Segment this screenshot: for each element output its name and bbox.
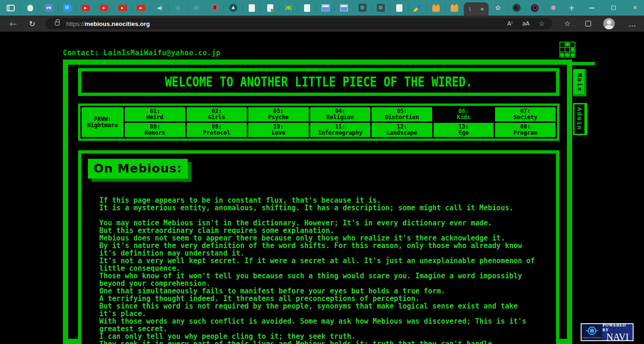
pinned-tab-sun-1[interactable]: ☼: [169, 0, 187, 16]
menu-icon[interactable]: …: [625, 16, 639, 32]
tab-close-icon[interactable]: ✕: [480, 7, 484, 12]
refresh-icon[interactable]: ↻: [25, 16, 40, 32]
nav-cell-preview[interactable]: PRVW:Nightmare: [82, 107, 123, 137]
url-scheme: https://: [66, 20, 85, 27]
pinned-tab-gear-1[interactable]: ⚙: [353, 0, 371, 16]
navi-badge[interactable]: Copland OS Enterprise POWERED BY NAVI: [581, 323, 634, 341]
navi-logo-caption: Copland OS Enterprise: [582, 336, 602, 339]
collections-square: [585, 21, 591, 26]
nav-cell-society[interactable]: 07:Society: [495, 107, 556, 121]
nav-cell-landscape[interactable]: 12:Landscape: [372, 123, 432, 137]
nav-cell-ego[interactable]: 13:Ego: [434, 123, 494, 137]
pinned-tab-cat-2[interactable]: [445, 0, 463, 16]
glider-dot: [566, 53, 569, 57]
nav-cell-weird[interactable]: 01:Weird: [125, 107, 185, 121]
navi-text: POWERED BY NAVI: [602, 324, 633, 340]
profile-avatar[interactable]: [601, 16, 617, 32]
address-bar[interactable]: https:// mebious.neocities.org A⁾ aA ☆: [45, 18, 552, 29]
pinned-tab-speaker[interactable]: ◄): [150, 0, 168, 16]
nav-table: PRVW:Nightmare01:Weird02:Girls03:Psyche0…: [78, 103, 559, 141]
glider-cell: [560, 47, 565, 52]
pinned-tab-eye[interactable]: [526, 0, 544, 16]
frame-top-extension: [572, 62, 595, 65]
pinned-tab-document-2-icon: [267, 4, 273, 12]
tab-actions-button[interactable]: [0, 0, 21, 16]
pinned-tab-youtube-3-icon: ▶: [118, 5, 127, 11]
pinned-tab-player[interactable]: II: [58, 0, 76, 16]
nav-cell-religion[interactable]: 04:Religion: [310, 107, 371, 121]
nav-cell-protocol[interactable]: 09:Protocol: [187, 123, 247, 137]
nav-cell-program[interactable]: 00:Program: [495, 123, 556, 137]
glider-cell: [565, 42, 570, 47]
pinned-tab-window-1[interactable]: [316, 0, 334, 16]
active-tab[interactable]: ∖✕: [464, 2, 488, 16]
pinned-tab-iris[interactable]: ✽: [544, 0, 562, 16]
read-aloud-icon[interactable]: A⁾: [507, 18, 513, 29]
nav-cell-rumors[interactable]: 08:Rumors: [125, 123, 185, 137]
pinned-tab-tooth-icon: [27, 5, 33, 11]
nav-cell-psyche[interactable]: 03:Psyche: [248, 107, 309, 121]
tab-admin[interactable]: Admin: [573, 103, 587, 135]
glider-cell: [560, 42, 565, 47]
nav-cell-infornography[interactable]: 11:Infornography: [310, 123, 371, 137]
tab-actions-button-icon: [7, 5, 15, 11]
pinned-tab-player-icon: II: [63, 4, 71, 12]
maximize-button[interactable]: [602, 0, 624, 16]
pinned-tab-document-4-icon: [396, 4, 402, 12]
active-tab-favicon-icon: ∖: [468, 7, 471, 12]
pinned-tab-tooth[interactable]: [21, 0, 39, 16]
pinned-tab-raven[interactable]: ♞: [507, 0, 525, 16]
pinned-tab-youtube-4[interactable]: ▶: [132, 0, 150, 16]
body-line: greatest secret.: [99, 325, 556, 333]
navi-name-text: NAVI: [606, 332, 628, 342]
navi-logo-icon: Copland OS Enterprise: [582, 324, 602, 340]
pinned-tab-seedling[interactable]: ♣: [224, 0, 242, 16]
nav-cell-love[interactable]: 10:Love: [248, 123, 309, 137]
pinned-tab-youtube-2[interactable]: ▶: [95, 0, 113, 16]
new-tab-button[interactable]: +: [563, 0, 581, 16]
minimize-button[interactable]: [581, 0, 602, 16]
pinned-tab-vk[interactable]: VK: [40, 0, 58, 16]
pinned-tab-bug[interactable]: Ж: [279, 0, 297, 16]
body-line: But this extraordinary claim requires so…: [99, 227, 556, 234]
glider-dot: [566, 43, 569, 46]
pinned-tab-yandex[interactable]: Я: [206, 0, 224, 16]
pinned-tab-youtube-1[interactable]: ▶: [77, 0, 95, 16]
pinned-tab-gear-2[interactable]: ⚙: [372, 0, 390, 16]
body-line: little consequence.: [99, 265, 556, 272]
body-line: With those words any such conflict is av…: [99, 318, 556, 325]
close-button[interactable]: ✕: [624, 0, 644, 16]
pinned-tab-document-1[interactable]: [243, 0, 261, 16]
back-icon[interactable]: ←: [6, 16, 21, 32]
lock-icon: [55, 22, 60, 26]
translate-icon[interactable]: aA: [522, 18, 530, 29]
add-favorite-icon[interactable]: ☆: [539, 18, 545, 29]
body-line: [99, 212, 556, 219]
pinned-tab-seedling-icon: ♣: [229, 4, 237, 12]
url-host: mebious.neocities.org: [85, 20, 150, 27]
banner-title: WELCOME TO ANOTHER LITTLE PIECE OF THE W…: [165, 74, 472, 89]
collections-icon[interactable]: [582, 16, 595, 32]
pinned-tab-window-1-icon: [322, 4, 330, 11]
pinned-tab-pen[interactable]: [409, 0, 426, 16]
nav-cell-distortion[interactable]: 05:Distortion: [372, 107, 432, 121]
nav-cell-girls[interactable]: 02:Girls: [187, 107, 247, 121]
nav-cell-kids[interactable]: 06:Kids: [434, 107, 494, 121]
glider-cell: [565, 47, 570, 52]
pinned-tab-youtube-3[interactable]: ▶: [113, 0, 131, 16]
pinned-tab-sun-2[interactable]: ☼: [187, 0, 205, 16]
pinned-tab-window-2[interactable]: [335, 0, 353, 16]
pinned-tab-document-3[interactable]: [298, 0, 316, 16]
webpage: Contact: LainIsMaiWaifu@yahoo.co.jp WELC…: [0, 32, 644, 344]
pinned-tab-cat-1-icon: [432, 6, 440, 12]
pinned-tab-sun-2-icon: ☼: [193, 4, 199, 12]
favorites-icon[interactable]: ☆: [561, 16, 574, 32]
pinned-tab-document-4[interactable]: [390, 0, 408, 16]
tab-main[interactable]: Main: [573, 69, 586, 96]
body-line: Those who know of it won't tell you beca…: [99, 272, 556, 280]
glider-icon[interactable]: [559, 42, 575, 58]
pinned-tab-document-2[interactable]: [261, 0, 279, 16]
pinned-tab-sakura[interactable]: ✿: [489, 0, 507, 16]
pinned-tab-speaker-icon: ◄): [157, 5, 162, 11]
pinned-tab-cat-1[interactable]: [427, 0, 445, 16]
